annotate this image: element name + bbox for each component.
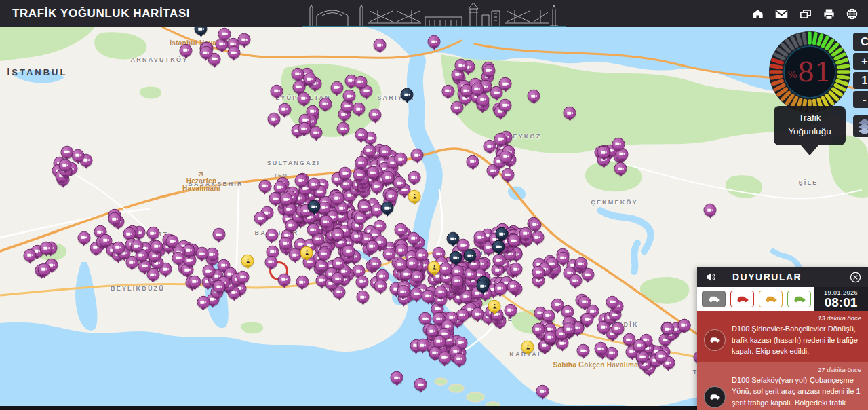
close-icon[interactable] xyxy=(850,272,861,283)
dark-marker[interactable] xyxy=(381,202,394,215)
camera-marker[interactable] xyxy=(199,46,212,59)
camera-marker[interactable] xyxy=(439,262,452,275)
camera-marker[interactable] xyxy=(451,101,464,114)
camera-marker[interactable] xyxy=(298,92,311,105)
camera-marker[interactable] xyxy=(569,274,582,287)
camera-marker[interactable] xyxy=(578,296,591,309)
camera-marker[interactable] xyxy=(411,149,424,162)
camera-marker[interactable] xyxy=(471,82,484,95)
camera-marker[interactable] xyxy=(455,59,468,72)
camera-marker[interactable] xyxy=(112,242,125,255)
camera-marker[interactable] xyxy=(180,44,193,57)
camera-marker[interactable] xyxy=(564,107,576,119)
camera-marker[interactable] xyxy=(238,33,251,46)
zoom-in-button[interactable]: + xyxy=(853,53,868,70)
camera-marker[interactable] xyxy=(366,166,379,179)
camera-marker[interactable] xyxy=(100,234,113,246)
camera-marker[interactable] xyxy=(374,280,387,293)
camera-marker[interactable] xyxy=(391,371,403,384)
camera-marker[interactable] xyxy=(374,39,387,52)
camera-marker[interactable] xyxy=(395,153,408,166)
yellow-marker[interactable] xyxy=(428,261,441,274)
mail-icon[interactable] xyxy=(774,7,789,20)
camera-marker[interactable] xyxy=(453,352,466,365)
camera-marker[interactable] xyxy=(370,181,383,193)
camera-marker[interactable] xyxy=(704,204,717,217)
camera-marker[interactable] xyxy=(195,247,208,260)
camera-marker[interactable] xyxy=(494,282,507,295)
home-icon[interactable] xyxy=(751,7,764,20)
announcement-item[interactable]: 27 dakika önceD100 Sefaköy(yan yol)-Çoba… xyxy=(697,362,868,410)
camera-marker[interactable] xyxy=(594,342,607,355)
camera-marker[interactable] xyxy=(292,68,304,81)
camera-marker[interactable] xyxy=(108,212,121,225)
camera-marker[interactable] xyxy=(353,102,366,115)
camera-marker[interactable] xyxy=(59,159,72,172)
camera-marker[interactable] xyxy=(355,128,368,141)
camera-marker[interactable] xyxy=(397,285,410,298)
camera-marker[interactable] xyxy=(422,290,435,303)
dark-marker[interactable] xyxy=(464,249,477,262)
camera-marker[interactable] xyxy=(308,178,321,191)
dark-marker[interactable] xyxy=(308,200,321,213)
camera-marker[interactable] xyxy=(38,263,51,276)
camera-marker[interactable] xyxy=(414,378,427,391)
camera-marker[interactable] xyxy=(202,265,215,278)
filter-green-button[interactable] xyxy=(787,291,811,308)
map-reset-button[interactable]: C xyxy=(853,33,868,51)
camera-marker[interactable] xyxy=(378,145,391,158)
camera-marker[interactable] xyxy=(438,351,451,364)
dark-marker[interactable] xyxy=(477,280,490,293)
camera-marker[interactable] xyxy=(268,113,281,126)
camera-marker[interactable] xyxy=(332,228,344,241)
camera-marker[interactable] xyxy=(428,35,441,48)
camera-marker[interactable] xyxy=(197,296,210,309)
camera-marker[interactable] xyxy=(298,122,311,135)
camera-marker[interactable] xyxy=(661,322,674,335)
camera-marker[interactable] xyxy=(339,167,352,180)
camera-marker[interactable] xyxy=(342,244,355,257)
camera-marker[interactable] xyxy=(467,155,479,168)
dark-marker[interactable] xyxy=(496,227,509,240)
camera-marker[interactable] xyxy=(258,180,271,193)
camera-marker[interactable] xyxy=(494,133,507,146)
camera-marker[interactable] xyxy=(542,309,555,322)
camera-marker[interactable] xyxy=(551,299,564,312)
camera-marker[interactable] xyxy=(482,64,495,77)
camera-marker[interactable] xyxy=(213,280,226,293)
camera-marker[interactable] xyxy=(332,272,344,285)
camera-marker[interactable] xyxy=(130,240,143,253)
camera-marker[interactable] xyxy=(563,322,576,335)
camera-marker[interactable] xyxy=(366,240,378,253)
camera-marker[interactable] xyxy=(273,181,286,193)
dark-marker[interactable] xyxy=(401,88,414,101)
camera-marker[interactable] xyxy=(72,149,85,162)
camera-marker[interactable] xyxy=(382,171,395,184)
camera-marker[interactable] xyxy=(471,308,484,320)
camera-marker[interactable] xyxy=(528,90,540,102)
camera-marker[interactable] xyxy=(597,146,610,159)
camera-marker[interactable] xyxy=(655,350,668,363)
camera-marker[interactable] xyxy=(212,228,225,241)
camera-marker[interactable] xyxy=(519,227,532,240)
camera-marker[interactable] xyxy=(295,174,308,187)
print-icon[interactable] xyxy=(823,7,835,20)
camera-marker[interactable] xyxy=(355,156,368,169)
camera-marker[interactable] xyxy=(317,247,330,260)
camera-marker[interactable] xyxy=(278,102,291,115)
camera-marker[interactable] xyxy=(279,237,292,250)
camera-marker[interactable] xyxy=(507,234,520,247)
camera-marker[interactable] xyxy=(254,212,267,225)
filter-red-button[interactable] xyxy=(730,291,754,308)
camera-marker[interactable] xyxy=(677,319,690,332)
yellow-marker[interactable] xyxy=(488,300,501,313)
camera-marker[interactable] xyxy=(332,257,345,269)
camera-marker[interactable] xyxy=(172,252,185,265)
windows-icon[interactable] xyxy=(799,7,812,20)
camera-marker[interactable] xyxy=(189,275,201,288)
camera-marker[interactable] xyxy=(499,98,512,111)
camera-marker[interactable] xyxy=(146,227,159,240)
camera-marker[interactable] xyxy=(369,108,382,121)
camera-marker[interactable] xyxy=(227,46,240,59)
camera-marker[interactable] xyxy=(218,27,231,40)
